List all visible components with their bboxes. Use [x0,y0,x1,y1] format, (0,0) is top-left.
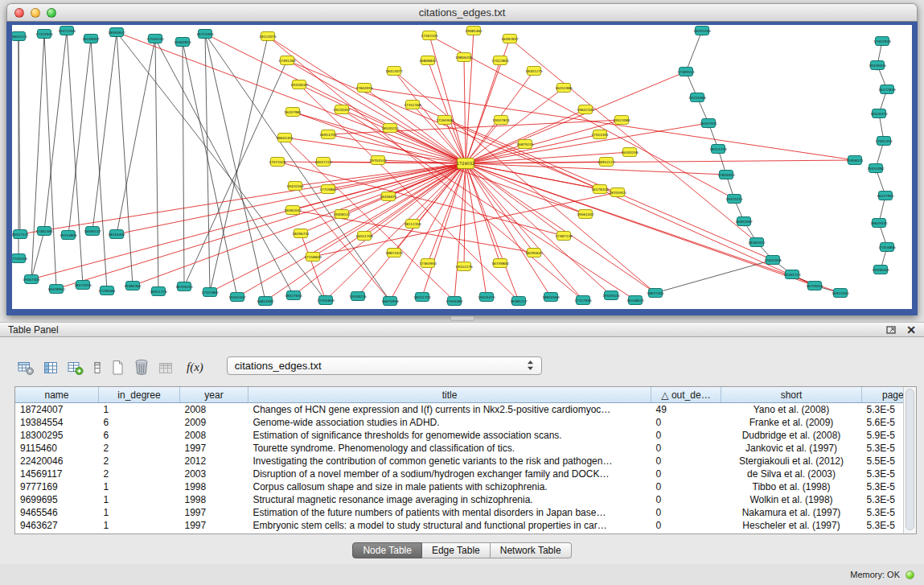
graph-edge[interactable] [466,163,534,253]
cell-title[interactable]: Genome-wide association studies in ADHD. [248,416,651,429]
graph-edge[interactable] [44,31,67,231]
cell-out-de[interactable]: 0 [651,468,721,480]
cell-year[interactable]: 1997 [180,506,248,519]
table-row[interactable]: 969969511998Structural magnetic resonanc… [15,493,904,506]
cell-pagerank[interactable]: 5.5E-5 [862,455,905,468]
cell-short[interactable]: Franke et al. (2009) [721,416,862,429]
cell-short[interactable]: Wolkin et al. (1998) [721,493,862,506]
column-header-in-degree[interactable]: in_degree [99,387,180,403]
cell-out-de[interactable]: 0 [651,429,721,442]
cell-pagerank[interactable]: 5.3E-5 [862,403,905,417]
cell-pagerank[interactable]: 5.3E-5 [862,468,905,480]
table-row[interactable]: 946362711997Embryonic stem cells: a mode… [15,519,904,532]
cell-name[interactable]: 9465546 [15,506,99,519]
graph-edge[interactable] [293,210,534,253]
cell-name[interactable]: 22420046 [15,455,99,468]
cell-title[interactable]: Disruption of a novel member of a sodium… [248,468,651,480]
function-builder-button[interactable]: f(x) [183,360,205,376]
column-header-year[interactable]: year [180,387,248,403]
cell-title[interactable]: Structural magnetic resonance image aver… [248,493,651,506]
graph-edge[interactable] [155,39,158,291]
show-columns-button[interactable] [43,360,59,376]
cell-title[interactable]: Tourette syndrome. Phenomenology and cla… [248,442,651,455]
float-panel-icon[interactable] [886,325,897,335]
cell-short[interactable]: Nakamura et al. (1997) [721,506,862,519]
graph-edge[interactable] [287,60,466,163]
cell-pagerank[interactable]: 5.3E-5 [862,493,905,506]
cell-year[interactable]: 1997 [180,442,248,455]
graph-edge[interactable] [56,163,466,289]
table-row[interactable]: 946554611997Estimation of the future num… [15,506,904,519]
vertical-scrollbar[interactable] [903,387,916,534]
cell-year[interactable]: 1998 [180,480,248,493]
cell-year[interactable]: 1998 [180,493,248,506]
network-canvas[interactable]: 1724032189531721755430119642104162519861… [6,22,918,315]
cell-title[interactable]: Estimation of the future numbers of pati… [248,506,651,519]
cell-year[interactable]: 1997 [180,519,248,532]
cell-name[interactable]: 19384554 [15,416,99,429]
table-row[interactable]: 2242004622012Investigating the contribut… [15,455,904,468]
cell-pagerank[interactable]: 5.3E-5 [862,506,905,519]
cell-short[interactable]: Yano et al. (2008) [721,403,862,417]
cell-short[interactable]: Hescheler et al. (1997) [721,519,862,532]
graph-edge[interactable] [466,163,519,301]
tab-edge-table[interactable]: Edge Table [422,542,491,558]
column-header-short[interactable]: short [721,387,862,403]
cell-in-degree[interactable]: 6 [99,416,180,429]
cell-name[interactable]: 9115460 [15,442,99,455]
graph-edge[interactable] [67,31,83,285]
graph-edge[interactable] [466,163,551,297]
table-row[interactable]: 1456911722003Disruption of a novel membe… [15,468,904,480]
graph-edge[interactable] [31,163,466,279]
cell-out-de[interactable]: 49 [651,403,721,417]
cell-out-de[interactable]: 0 [651,506,721,519]
graph-edge[interactable] [686,31,702,72]
cell-title[interactable]: Changes of HCN gene expression and I(f) … [248,403,651,417]
cell-in-degree[interactable]: 1 [99,403,180,417]
table-selector[interactable]: citations_edges.txt [227,356,542,375]
graph-edge[interactable] [183,42,237,297]
cell-in-degree[interactable]: 2 [99,455,180,468]
graph-edge[interactable] [31,34,44,279]
delete-column-button[interactable] [92,360,102,376]
graph-edge[interactable] [210,36,268,292]
tab-node-table[interactable]: Node Table [352,542,422,558]
graph-edge[interactable] [301,233,326,300]
graph-edge[interactable] [117,32,133,286]
window-titlebar[interactable]: citations_edges.txt [6,3,918,22]
column-header-title[interactable]: title [248,387,651,403]
cell-short[interactable]: Stergiakouli et al. (2012) [721,455,862,468]
cell-name[interactable]: 9777169 [15,480,99,493]
table-row[interactable]: 1830029562008Estimation of significance … [15,429,904,442]
cell-title[interactable]: Investigating the contribution of common… [248,455,651,468]
graph-edge[interactable] [428,163,466,263]
graph-edge[interactable] [155,39,294,295]
cell-short[interactable]: de Silva et al. (2003) [721,468,862,480]
cell-name[interactable]: 18724007 [15,403,99,417]
table-row[interactable]: 977716911998Corpus callosum shape and si… [15,480,904,493]
table-row[interactable]: 1938455462009Genome-wide association stu… [15,416,904,429]
cell-in-degree[interactable]: 2 [99,468,180,480]
cell-title[interactable]: Estimation of significance thresholds fo… [248,429,651,442]
cell-year[interactable]: 2003 [180,468,248,480]
network-graph-svg[interactable]: 1724032189531721755430119642104162519861… [12,25,912,309]
graph-edge[interactable] [394,71,466,163]
panel-splitter[interactable] [0,315,924,322]
cell-name[interactable]: 9463627 [15,519,99,532]
cell-in-degree[interactable]: 1 [99,506,180,519]
cell-pagerank[interactable]: 5.6E-5 [862,416,905,429]
new-table-button[interactable] [111,360,125,376]
cell-out-de[interactable]: 0 [651,455,721,468]
column-header-pagerank[interactable]: pagerank [862,387,905,403]
column-header-out-de[interactable]: △ out_de… [651,387,721,403]
graph-edge[interactable] [68,39,91,235]
cell-year[interactable]: 2008 [180,403,248,417]
graph-edge[interactable] [466,163,585,214]
cell-in-degree[interactable]: 1 [99,519,180,532]
cell-pagerank[interactable]: 5.3E-5 [862,442,905,455]
table-row[interactable]: 911546021997Tourette syndrome. Phenomeno… [15,442,904,455]
graph-edge[interactable] [20,163,466,234]
cell-year[interactable]: 2012 [180,455,248,468]
column-header-name[interactable]: name [15,387,99,403]
cell-in-degree[interactable]: 1 [99,493,180,506]
